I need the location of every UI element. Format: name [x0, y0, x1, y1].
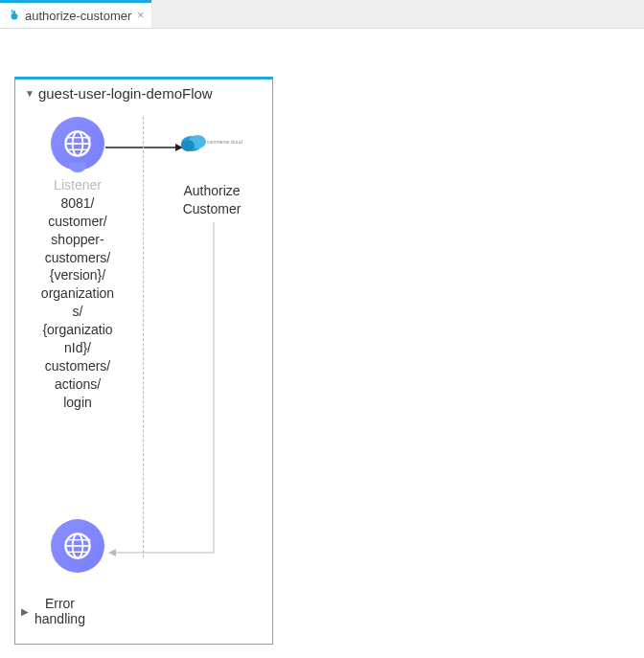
svg-text:commerce cloud: commerce cloud — [207, 139, 242, 145]
authorize-label: Authorize Customer — [183, 182, 242, 218]
globe-icon — [51, 117, 104, 170]
flow-canvas[interactable]: ▼ guest-user-login-demoFlow List — [0, 29, 644, 658]
expand-icon[interactable]: ▶ — [21, 606, 29, 617]
error-handling-label: Error handling — [34, 596, 85, 626]
exchange-icon — [69, 163, 86, 172]
flow-body: Listener 8081/ customer/ shopper- custom… — [15, 107, 272, 644]
error-handling-section[interactable]: ▶ Error handling — [21, 596, 85, 626]
collapse-icon[interactable]: ▼ — [25, 88, 34, 99]
error-handler-node[interactable] — [25, 519, 130, 579]
tab-title: authorize-customer — [25, 9, 131, 23]
svg-point-10 — [181, 140, 195, 151]
commerce-cloud-icon: commerce cloud — [178, 132, 245, 155]
listener-label: Listener — [54, 176, 102, 194]
tab-bar: authorize-customer × — [0, 0, 644, 29]
tab-authorize-customer[interactable]: authorize-customer × — [0, 0, 151, 28]
svg-marker-5 — [86, 134, 91, 139]
flow-title: guest-user-login-demoFlow — [38, 85, 213, 102]
flow-container[interactable]: ▼ guest-user-login-demoFlow List — [14, 77, 273, 645]
close-icon[interactable]: × — [137, 9, 144, 22]
globe-icon — [51, 519, 104, 573]
mule-rabbit-icon — [8, 9, 21, 22]
authorize-customer-node[interactable]: commerce cloud Authorize Customer — [164, 117, 260, 218]
return-flow-line — [102, 222, 226, 567]
flow-header[interactable]: ▼ guest-user-login-demoFlow — [15, 79, 272, 107]
